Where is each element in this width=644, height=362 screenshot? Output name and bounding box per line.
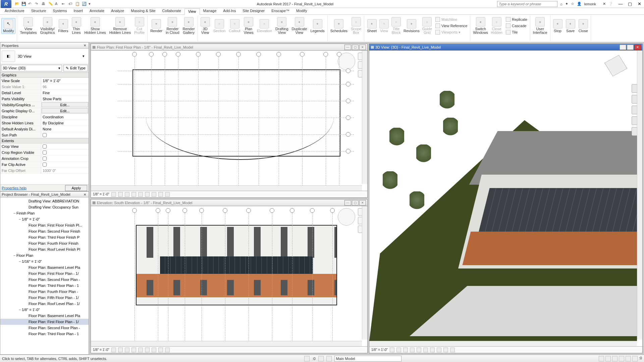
prop-group-graphics[interactable]: Graphics <box>0 72 89 78</box>
sign-in-icon[interactable]: ✦ <box>565 2 568 6</box>
visual-style-icon[interactable] <box>396 348 401 352</box>
tree-node[interactable]: Floor Plan: Fourth Floor Plan - <box>0 289 89 295</box>
open-icon[interactable]: 📂 <box>15 2 19 6</box>
crop-icon[interactable] <box>138 192 143 197</box>
favorite-icon[interactable]: ☆ <box>571 2 574 6</box>
shadows-icon[interactable] <box>131 192 136 197</box>
prop-checkbox[interactable] <box>43 133 47 137</box>
instance-selector[interactable]: 3D View: {3D}▾ <box>1 65 62 71</box>
workset-icon[interactable] <box>326 356 332 361</box>
scrollbar-horizontal[interactable] <box>91 341 362 346</box>
type-selector[interactable]: 3D View <box>18 54 80 58</box>
view-templates-button[interactable]: ▫ViewTemplates <box>18 16 38 35</box>
tree-node[interactable]: Floor Plan: Second Floor Plan - <box>0 277 89 283</box>
close-icon[interactable]: ✕ <box>359 200 366 205</box>
min-icon[interactable]: — <box>344 45 351 50</box>
tab-structure[interactable]: Structure <box>28 8 50 14</box>
tree-node[interactable]: −Floor Plan <box>0 252 89 258</box>
cascade-button[interactable]: Cascade <box>504 23 529 29</box>
scrollbar-vertical[interactable] <box>362 206 367 340</box>
prop-value[interactable] <box>41 156 89 161</box>
shadows-icon[interactable] <box>410 348 415 352</box>
crop-show-icon[interactable] <box>145 192 150 197</box>
prop-value[interactable]: Show Parts <box>41 96 89 102</box>
temp-hide-icon[interactable] <box>443 348 448 352</box>
live-close-button[interactable]: ▫Close <box>577 18 589 34</box>
tree-twisty-icon[interactable]: − <box>12 211 16 215</box>
schedules-button[interactable]: ▫Schedules <box>329 18 349 34</box>
viewcube[interactable] <box>604 54 628 77</box>
render-icon[interactable] <box>417 348 421 352</box>
subscription-icon[interactable]: ⌂ <box>560 2 562 6</box>
prop-value[interactable]: By Discipline <box>41 120 89 126</box>
project-browser-tree[interactable]: Drafting View: ABBREVIATIONDrafting View… <box>0 197 89 354</box>
sync-icon[interactable]: 🔄 <box>82 2 87 6</box>
tab-annotate[interactable]: Annotate <box>86 8 108 14</box>
reveal-icon[interactable] <box>165 192 170 197</box>
scrollbar-vertical[interactable] <box>362 51 367 184</box>
view-reference-button[interactable]: View Reference <box>434 23 469 29</box>
tree-node[interactable]: −1/16" = 1'-0" <box>0 258 89 264</box>
tab-systems[interactable]: Systems <box>49 8 70 14</box>
visual-style-icon[interactable] <box>118 192 123 197</box>
lock-icon[interactable] <box>152 348 156 352</box>
tree-node[interactable]: Floor Plan: Third Floor Finish P <box>0 234 89 240</box>
properties-help-link[interactable]: Properties help <box>2 186 26 190</box>
revisions-button[interactable]: ▫Revisions <box>402 16 421 35</box>
drafting-view-button[interactable]: ▫DraftingView <box>274 16 290 35</box>
minimize-button[interactable]: — <box>616 0 625 8</box>
prop-value[interactable]: 1/8" = 1'-0" <box>41 78 89 83</box>
sel-link-icon[interactable] <box>599 356 604 361</box>
sunpath-icon[interactable] <box>125 348 129 352</box>
tree-node[interactable]: Floor Plan: Third Floor Plan - 1 <box>0 331 89 337</box>
user-interface-button[interactable]: ▫UserInterface <box>532 16 549 35</box>
visibility-graphics-button[interactable]: ▫Visibility/Graphics <box>39 16 56 35</box>
close-icon[interactable]: ✕ <box>634 45 641 50</box>
render-gallery-button[interactable]: ▫RenderGallery <box>181 16 196 35</box>
sheet-button[interactable]: ▫Sheet <box>366 16 378 35</box>
crop-show-icon[interactable] <box>145 348 150 352</box>
crop-icon[interactable] <box>423 348 428 352</box>
tile-button[interactable]: Tile <box>504 29 529 35</box>
paste-icon[interactable]: 📋 <box>75 2 80 6</box>
floorplan-canvas[interactable] <box>91 51 367 191</box>
tree-node[interactable]: Floor Plan: Second Floor Finish <box>0 228 89 234</box>
reveal-icon[interactable] <box>165 348 170 352</box>
tree-twisty-icon[interactable]: − <box>18 217 22 221</box>
tree-node[interactable]: Floor Plan: First Floor Plan - 1/ <box>0 270 89 277</box>
scrollbar-vertical[interactable] <box>637 51 642 340</box>
project-browser-header[interactable]: Project Browser - Final_Revit_Live_Model… <box>0 192 89 197</box>
switch-windows-button[interactable]: ▫SwitchWindows <box>472 16 489 35</box>
render-in-cloud-button[interactable]: ▫Renderin Cloud <box>164 16 180 35</box>
prop-checkbox[interactable] <box>43 163 47 167</box>
3d-canvas[interactable] <box>369 51 642 346</box>
tab-enscape-[interactable]: Enscape™ <box>268 8 293 14</box>
project-browser-close-icon[interactable]: ✕ <box>83 192 87 197</box>
sel-pinned-icon[interactable] <box>612 356 618 361</box>
properties-header[interactable]: Properties ✕ <box>0 43 89 49</box>
tab-collaborate[interactable]: Collaborate <box>159 8 184 14</box>
workset-selector[interactable]: Main Model <box>334 356 401 362</box>
maximize-button[interactable]: ▢ <box>625 0 635 8</box>
filters-button[interactable]: ▫Filters <box>57 18 70 34</box>
dim-icon[interactable]: ⇤ <box>62 2 66 6</box>
crop-icon[interactable] <box>138 348 143 352</box>
tree-twisty-icon[interactable]: − <box>18 308 22 312</box>
tree-twisty-icon[interactable]: − <box>12 253 16 257</box>
replicate-button[interactable]: Replicate <box>504 16 529 22</box>
sunpath-icon[interactable] <box>125 192 129 197</box>
detail-icon[interactable] <box>111 348 116 352</box>
prop-value[interactable] <box>41 149 89 155</box>
tree-node[interactable]: −1/8" = 1'-0" <box>0 216 89 222</box>
min-icon[interactable]: — <box>620 45 626 50</box>
tab-modify[interactable]: Modify <box>293 8 310 14</box>
exchange-icon[interactable]: ✕ <box>603 2 606 6</box>
max-icon[interactable]: ▢ <box>627 45 634 50</box>
lock-icon[interactable] <box>152 192 156 197</box>
prop-checkbox[interactable] <box>43 150 47 155</box>
remove-hidden-lines-button[interactable]: ▫RemoveHidden Lines <box>108 16 132 35</box>
search-input[interactable] <box>497 1 557 7</box>
lock-icon[interactable] <box>437 348 441 352</box>
sel-drag-icon[interactable] <box>626 356 631 361</box>
properties-close-icon[interactable]: ✕ <box>83 43 87 48</box>
